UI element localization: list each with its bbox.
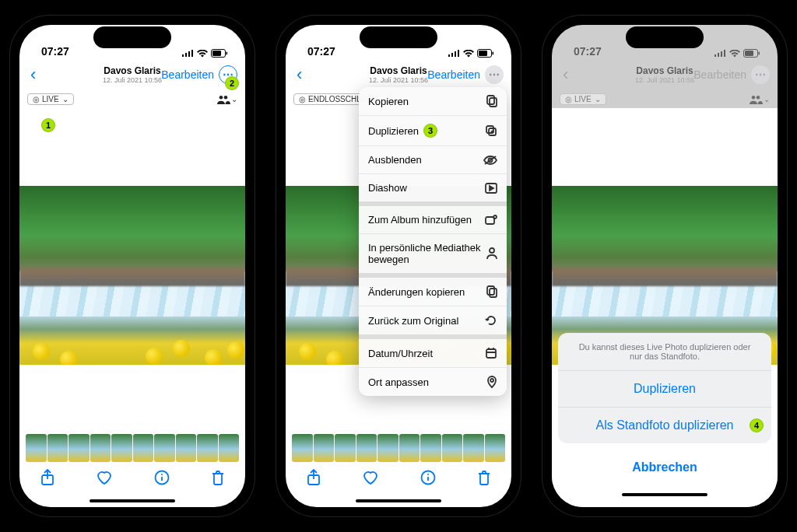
clock: 07:27 <box>307 45 335 58</box>
svg-point-38 <box>752 95 756 99</box>
sheet-cancel[interactable]: Abbrechen <box>558 450 771 485</box>
svg-point-8 <box>161 474 163 475</box>
live-badge[interactable]: LIVE <box>27 93 74 105</box>
svg-point-34 <box>490 379 493 382</box>
callout-1: 1 <box>41 118 55 132</box>
sheet-as-still[interactable]: Als Standfoto duplizieren 4 <box>558 407 771 443</box>
favorite-button[interactable] <box>362 470 379 489</box>
svg-rect-1 <box>212 51 221 56</box>
phone-1: 07:27 ‹ Davos Glaris 12. Juli 2021 10:56… <box>10 16 255 516</box>
status-icons <box>181 49 228 58</box>
trash-button[interactable] <box>477 470 491 489</box>
menu-datetime[interactable]: Datum/Uhrzeit <box>359 339 507 367</box>
svg-point-26 <box>493 215 497 219</box>
svg-point-3 <box>219 95 223 99</box>
favorite-button[interactable] <box>96 470 113 489</box>
shared-people-button: ⌄ <box>749 95 770 104</box>
svg-rect-25 <box>486 217 494 224</box>
info-button[interactable] <box>154 470 170 489</box>
nav-bar: ‹ Davos Glaris 12. Juli 2021 10:56 Bearb… <box>19 59 245 90</box>
menu-copy[interactable]: Kopieren <box>359 87 507 115</box>
photo-viewer[interactable] <box>19 108 245 464</box>
menu-slideshow[interactable]: Diashow <box>359 173 507 201</box>
share-button[interactable] <box>40 469 54 490</box>
menu-location[interactable]: Ort anpassen <box>359 367 507 396</box>
menu-revert[interactable]: Zurück zum Original <box>359 306 507 334</box>
svg-rect-11 <box>493 52 494 55</box>
callout-2: 2 <box>225 76 239 90</box>
photo <box>19 186 245 365</box>
more-button-active[interactable]: ⋯ <box>485 65 504 84</box>
dynamic-island <box>626 26 704 48</box>
status-icons <box>448 49 494 58</box>
menu-hide[interactable]: Ausblenden <box>359 145 507 173</box>
back-button[interactable]: ‹ <box>293 65 305 85</box>
nav-bar: ‹ Davos Glaris 12. Juli 2021 10:56 Bearb… <box>286 59 511 90</box>
context-menu: Kopieren Duplizieren 3 Ausblenden Diasho… <box>359 87 507 396</box>
filmstrip[interactable] <box>286 434 511 462</box>
svg-point-39 <box>757 95 760 99</box>
home-indicator[interactable] <box>19 495 245 507</box>
menu-copy-edits[interactable]: Änderungen kopieren <box>359 278 507 306</box>
bottom-toolbar <box>19 464 245 495</box>
edit-button[interactable]: Bearbeiten <box>161 68 214 81</box>
menu-duplicate[interactable]: Duplizieren 3 <box>359 115 507 145</box>
live-badge: LIVE <box>560 93 606 105</box>
trash-button[interactable] <box>211 470 225 489</box>
nav-bar: ‹ Davos Glaris 12. Juli 2021 10:56 Bearb… <box>552 59 778 90</box>
callout-4: 4 <box>750 418 764 432</box>
svg-rect-10 <box>479 51 487 56</box>
svg-rect-16 <box>487 96 494 104</box>
more-button: ⋯ <box>751 65 770 84</box>
clock: 07:27 <box>574 45 602 58</box>
phone-2: 07:27 ‹ Davos Glaris 12. Juli 2021 10:56… <box>276 16 521 516</box>
home-indicator[interactable] <box>558 488 771 501</box>
home-indicator[interactable] <box>286 495 511 507</box>
svg-point-4 <box>224 95 228 99</box>
svg-point-15 <box>427 474 429 475</box>
edit-button[interactable]: Bearbeiten <box>427 68 480 81</box>
dynamic-island <box>93 26 171 48</box>
svg-rect-17 <box>490 98 497 107</box>
phone-3: 07:27 ‹ Davos Glaris 12. Juli 2021 10:56… <box>542 16 787 516</box>
svg-rect-2 <box>226 52 228 55</box>
sheet-duplicate[interactable]: Duplizieren <box>558 370 771 407</box>
svg-rect-36 <box>745 51 753 56</box>
sheet-message: Du kannst dieses Live Photo duplizieren … <box>558 333 771 370</box>
info-button[interactable] <box>420 470 436 489</box>
callout-3: 3 <box>423 124 437 138</box>
svg-rect-29 <box>490 289 497 297</box>
share-button[interactable] <box>307 469 321 490</box>
clock: 07:27 <box>41 45 69 58</box>
svg-rect-30 <box>486 349 496 358</box>
edit-button: Bearbeiten <box>693 68 746 81</box>
back-button[interactable]: ‹ <box>27 65 39 85</box>
back-button: ‹ <box>560 65 571 85</box>
bottom-toolbar <box>286 464 511 495</box>
action-sheet: Du kannst dieses Live Photo duplizieren … <box>558 333 771 501</box>
filmstrip[interactable] <box>19 434 245 462</box>
svg-rect-37 <box>759 52 760 55</box>
menu-move-library[interactable]: In persönliche Mediathek bewegen <box>359 233 507 273</box>
dynamic-island <box>360 26 437 48</box>
menu-add-album[interactable]: Zum Album hinzufügen <box>359 206 507 233</box>
svg-point-27 <box>490 248 494 253</box>
shared-people-button[interactable]: ⌄ <box>216 95 237 104</box>
svg-rect-28 <box>487 286 494 295</box>
status-icons <box>714 49 760 58</box>
